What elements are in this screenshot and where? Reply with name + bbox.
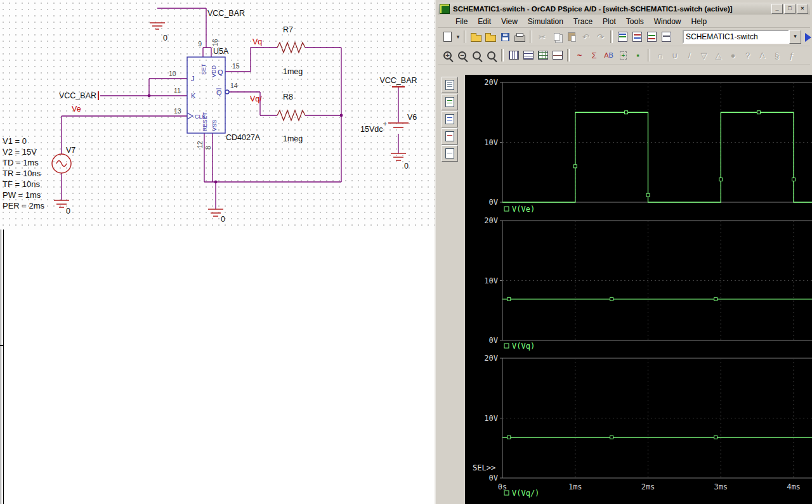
axis-settings-button[interactable] — [535, 48, 550, 62]
append-file-button[interactable] — [483, 30, 498, 44]
text-label-button[interactable]: AB — [601, 48, 616, 62]
net-label-vccbar-right[interactable]: VCC_BAR — [379, 76, 417, 85]
resistor-r7[interactable] — [277, 42, 305, 53]
new-file-dropdown[interactable]: ▾ — [455, 34, 461, 40]
r8-refdes[interactable]: R8 — [283, 93, 293, 101]
schematic-editor-pane[interactable]: VCC_BAR VCC_BAR VCC_BAR 0 0 0 0 Vq Vq/ V… — [0, 0, 435, 504]
maximize-button[interactable]: □ — [784, 4, 796, 14]
add-y-axis-button[interactable] — [506, 48, 521, 62]
view-results-button[interactable] — [645, 30, 659, 44]
menu-edit[interactable]: Edit — [473, 16, 496, 27]
legend-label[interactable]: V(Ve) — [512, 205, 535, 214]
menu-help[interactable]: Help — [686, 16, 712, 27]
v7-param[interactable]: PER = 2ms — [3, 201, 45, 210]
evaluate-measurement-button[interactable]: Σ — [587, 48, 601, 62]
resistor-r8[interactable] — [277, 110, 305, 120]
add-trace-button[interactable]: ~ — [572, 48, 587, 62]
add-plot-button[interactable] — [521, 48, 535, 62]
simulation-results-button[interactable] — [442, 111, 458, 127]
legend-label[interactable]: V(Vq/) — [512, 489, 539, 498]
ic-refdes[interactable]: U5A — [213, 47, 229, 56]
cursor-peak-button[interactable]: ∩ — [653, 48, 667, 62]
r7-refdes[interactable]: R7 — [283, 25, 293, 34]
goal-functions-button[interactable]: ƒ — [784, 48, 799, 62]
close-button[interactable]: × — [797, 4, 808, 14]
toggle-cursor-button[interactable]: + — [616, 48, 631, 62]
net-label-vccbar-left[interactable]: VCC_BAR — [59, 91, 96, 100]
v6-value[interactable]: 15Vdc — [360, 125, 383, 134]
simulation-profile-combobox[interactable]: ▾ — [683, 30, 801, 44]
cursor-point-button[interactable]: ● — [726, 48, 740, 62]
zoom-fit-button[interactable] — [484, 48, 499, 62]
zoom-area-button[interactable] — [469, 48, 484, 62]
redo-button[interactable]: ↷ — [593, 30, 608, 44]
digital-size-button[interactable] — [550, 48, 565, 62]
legend-label[interactable]: V(Vq) — [512, 342, 535, 351]
net-label-vqbar[interactable]: Vq/ — [250, 94, 262, 103]
menu-plot[interactable]: Plot — [598, 16, 621, 27]
output-window-button[interactable] — [442, 94, 458, 110]
r8-value[interactable]: 1meg — [283, 134, 303, 143]
simulation-settings-button[interactable] — [615, 30, 630, 44]
mark-data-points-button[interactable]: ▪ — [631, 48, 645, 62]
wires[interactable] — [62, 8, 398, 209]
net-label-vq[interactable]: Vq — [252, 37, 262, 46]
zoom-in-button[interactable]: + — [440, 48, 455, 62]
simulation-queue-button[interactable] — [442, 77, 458, 93]
minimize-button[interactable]: _ — [771, 4, 783, 14]
paste-button[interactable] — [564, 30, 579, 44]
title-bar[interactable]: SCHEMATIC1-switch - OrCAD PSpice A/D - [… — [438, 3, 810, 15]
v7-param[interactable]: TD = 1ms — [3, 158, 39, 167]
ic-label-j: J — [191, 75, 195, 82]
combobox-dropdown-button[interactable]: ▾ — [789, 30, 801, 44]
legend-swatch[interactable] — [504, 491, 509, 495]
undo-button[interactable]: ↶ — [579, 30, 593, 44]
v7-pulse-source[interactable] — [52, 154, 71, 173]
waveform-plot-area[interactable]: 0V10V20VV(Ve)0V10V20VV(Vq)0V10V20VV(Vq/)… — [465, 75, 812, 504]
run-play-icon[interactable] — [805, 33, 811, 42]
open-file-button[interactable] — [469, 30, 483, 44]
simulation-log-button[interactable] — [442, 128, 458, 145]
v7-param[interactable]: TF = 10ns — [3, 179, 40, 189]
sel-indicator[interactable]: SEL>> — [473, 463, 495, 472]
menu-file[interactable]: File — [450, 16, 473, 27]
net-label-ve[interactable]: Ve — [72, 105, 81, 113]
view-circuit-file-button[interactable] — [659, 30, 674, 44]
v6-refdes[interactable]: V6 — [407, 113, 417, 122]
v7-param[interactable]: TR = 10ns — [3, 169, 41, 178]
simulation-profile-input[interactable] — [683, 30, 789, 44]
menu-trace[interactable]: Trace — [568, 16, 598, 27]
copy-button[interactable] — [549, 30, 564, 44]
v6-dc-source[interactable] — [388, 123, 409, 127]
cursor-search-button[interactable]: ? — [740, 48, 755, 62]
menu-window[interactable]: Window — [649, 16, 686, 27]
menu-view[interactable]: View — [496, 16, 523, 27]
trace-V(Ve)[interactable] — [502, 112, 812, 202]
label-point-button[interactable]: A — [755, 48, 769, 62]
circuit-file-button[interactable] — [442, 145, 458, 162]
v7-param[interactable]: PW = 1ms — [3, 190, 41, 200]
legend-swatch[interactable] — [504, 207, 509, 211]
cursor-slope-button[interactable]: / — [682, 48, 697, 62]
r7-value[interactable]: 1meg — [283, 67, 303, 76]
cursor-trough-button[interactable]: ∪ — [667, 48, 682, 62]
run-simulation-button[interactable] — [630, 30, 645, 44]
axis-label: 10V — [484, 414, 498, 423]
v7-refdes[interactable]: V7 — [66, 146, 75, 155]
legend-swatch[interactable] — [504, 344, 509, 348]
v7-param[interactable]: V1 = 0 — [3, 136, 27, 146]
zoom-out-button[interactable]: − — [455, 48, 469, 62]
net-label-vccbar-top[interactable]: VCC_BAR — [207, 9, 245, 18]
v7-param[interactable]: V2 = 15V — [3, 147, 37, 157]
menu-tools[interactable]: Tools — [621, 16, 649, 27]
ic-part-number[interactable]: CD4027A — [226, 133, 261, 142]
menu-simulation[interactable]: Simulation — [523, 16, 568, 27]
ground-symbols[interactable] — [54, 23, 406, 216]
save-button[interactable] — [498, 30, 513, 44]
new-file-button[interactable] — [440, 30, 455, 44]
cut-button[interactable]: ✂ — [535, 30, 549, 44]
section-info-button[interactable]: § — [769, 48, 784, 62]
cursor-max-button[interactable]: △ — [711, 48, 726, 62]
print-button[interactable] — [513, 30, 527, 44]
cursor-min-button[interactable]: ▽ — [697, 48, 711, 62]
